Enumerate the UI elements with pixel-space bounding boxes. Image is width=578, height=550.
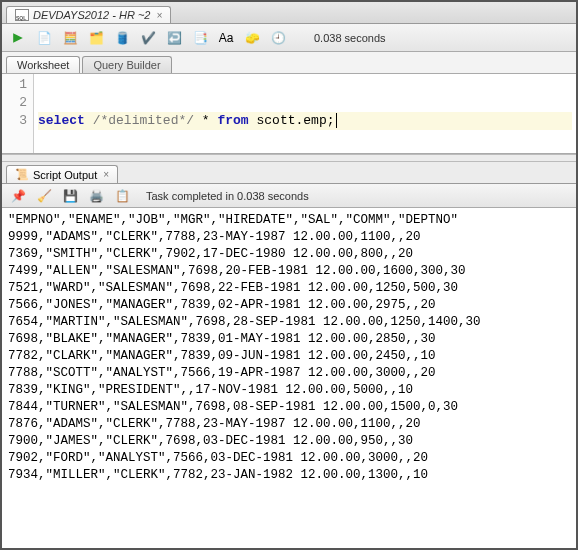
run-statement-button[interactable]	[8, 28, 28, 48]
code-editor[interactable]: 1 2 3 select /*delimited*/ * from scott.…	[2, 74, 576, 154]
output-tab-bar: 📜 Script Output ×	[2, 162, 576, 184]
keyword-select: select	[38, 113, 85, 128]
line-number: 2	[2, 94, 27, 112]
commit-button[interactable]: ✔️	[138, 28, 158, 48]
code-line-active: select /*delimited*/ * from scott.emp;	[38, 112, 572, 130]
close-icon[interactable]: ×	[103, 169, 109, 180]
run-script-button[interactable]: 📄	[34, 28, 54, 48]
print-output-button[interactable]: 🖨️	[86, 186, 106, 206]
sql-tuning-button[interactable]: 🛢️	[112, 28, 132, 48]
to-uppercase-button[interactable]: Aa	[216, 28, 236, 48]
sql-file-icon	[15, 9, 29, 21]
script-output-tab[interactable]: 📜 Script Output ×	[6, 165, 118, 183]
unshared-worksheet-button[interactable]: 📑	[190, 28, 210, 48]
file-tab-bar: DEVDAYS2012 - HR ~2 ×	[2, 2, 576, 24]
pane-splitter[interactable]	[2, 154, 576, 162]
explain-plan-button[interactable]: 🧮	[60, 28, 80, 48]
autotrace-button[interactable]: 🗂️	[86, 28, 106, 48]
tab-query-builder[interactable]: Query Builder	[82, 56, 171, 73]
clear-button[interactable]: 🧽	[242, 28, 262, 48]
code-line	[38, 76, 572, 94]
save-output-button[interactable]: 💾	[60, 186, 80, 206]
worksheet-toolbar: 📄 🧮 🗂️ 🛢️ ✔️ ↩️ 📑 Aa 🧽 🕘 0.038 seconds	[2, 24, 576, 52]
close-icon[interactable]: ×	[157, 10, 163, 21]
text-cursor	[336, 113, 337, 128]
output-toolbar: 📌 🧹 💾 🖨️ 📋 Task completed in 0.038 secon…	[2, 184, 576, 208]
worksheet-subtabs: Worksheet Query Builder	[2, 52, 576, 74]
sql-comment: /*delimited*/	[93, 113, 194, 128]
clear-output-button[interactable]: 🧹	[34, 186, 54, 206]
keyword-from: from	[217, 113, 248, 128]
script-icon: 📜	[15, 168, 29, 181]
execution-time-label: 0.038 seconds	[314, 32, 386, 44]
script-output-text[interactable]: "EMPNO","ENAME","JOB","MGR","HIREDATE","…	[2, 208, 576, 548]
tab-worksheet[interactable]: Worksheet	[6, 56, 80, 73]
file-tab-label: DEVDAYS2012 - HR ~2	[33, 9, 151, 21]
task-status-label: Task completed in 0.038 seconds	[146, 190, 309, 202]
pin-button[interactable]: 📌	[8, 186, 28, 206]
svg-marker-0	[13, 33, 23, 43]
rollback-button[interactable]: ↩️	[164, 28, 184, 48]
code-area[interactable]: select /*delimited*/ * from scott.emp;	[34, 74, 576, 153]
sql-history-button[interactable]: 🕘	[268, 28, 288, 48]
line-number: 3	[2, 112, 27, 130]
code-line	[38, 94, 572, 112]
script-output-label: Script Output	[33, 169, 97, 181]
line-number: 1	[2, 76, 27, 94]
code-text: scott.emp;	[249, 113, 335, 128]
file-tab[interactable]: DEVDAYS2012 - HR ~2 ×	[6, 6, 171, 23]
code-text: *	[194, 113, 217, 128]
output-settings-button[interactable]: 📋	[112, 186, 132, 206]
line-gutter: 1 2 3	[2, 74, 34, 153]
